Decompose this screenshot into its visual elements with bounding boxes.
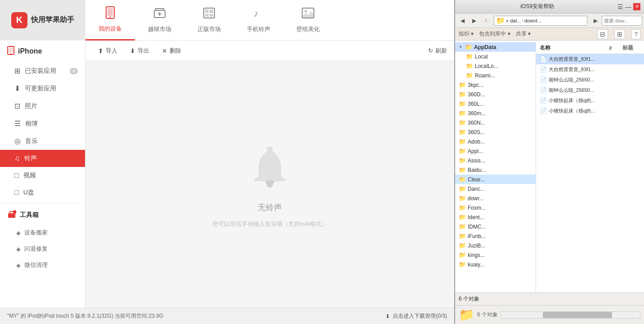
tree-baidu[interactable]: 📁 Baidu... bbox=[455, 165, 536, 175]
tree-ifunb[interactable]: 📁 iFunb... bbox=[455, 231, 536, 241]
import-button[interactable]: ⬆ 导入 bbox=[93, 45, 123, 57]
device-header: iPhone bbox=[0, 40, 85, 62]
tree-kuaiy[interactable]: 📁 kuaiy... bbox=[455, 260, 536, 269]
share-button[interactable]: 共享 ▾ bbox=[516, 30, 531, 38]
explorer-status-text: 6 个对象 bbox=[477, 311, 498, 319]
tree-apple[interactable]: 📁 Appl... bbox=[455, 146, 536, 156]
file-item[interactable]: 📄 小猪快起床（很q的... bbox=[536, 106, 644, 116]
svg-point-17 bbox=[10, 53, 11, 54]
file-item[interactable]: 📄 大自然背景音_83f1... bbox=[536, 54, 644, 64]
tree-assist[interactable]: 📁 Assis... bbox=[455, 156, 536, 165]
view-options-button[interactable]: ⊟ bbox=[597, 29, 608, 39]
tab-appstore[interactable]: 正版市场 bbox=[184, 0, 234, 40]
tab-my-device[interactable]: 我的设备 bbox=[85, 0, 135, 40]
file-item[interactable]: 📄 闹钟么么哒_25650... bbox=[536, 75, 644, 85]
tree-3kpc[interactable]: 📁 3kpc... bbox=[455, 80, 536, 90]
sidebar-photos[interactable]: ⊡ 照片 bbox=[0, 97, 85, 115]
sidebar-ringtone[interactable]: ♫ 铃声 bbox=[0, 150, 85, 167]
tree-adobe[interactable]: 📁 Adob... bbox=[455, 137, 536, 146]
tree-clear[interactable]: 📁 Clear... bbox=[455, 175, 536, 184]
organize-button[interactable]: 组织 ▾ bbox=[459, 30, 474, 38]
up-button[interactable]: ↑ bbox=[480, 15, 491, 26]
explorer-ribbon: 组织 ▾ 包含到库中 ▾ 共享 ▾ ⊟ ⊞ ? bbox=[455, 28, 644, 40]
sidebar-video[interactable]: □ 视频 bbox=[0, 167, 85, 184]
address-part2: downl... bbox=[524, 18, 541, 23]
tree-kings[interactable]: 📁 kings... bbox=[455, 250, 536, 260]
ringtone-sidebar-icon: ♫ bbox=[14, 154, 20, 162]
tree-idmc[interactable]: 📁 IDMC... bbox=[455, 222, 536, 231]
svg-point-2 bbox=[110, 16, 111, 18]
refresh-button[interactable]: ↻ 刷新 bbox=[428, 47, 447, 55]
tree-360l[interactable]: 📁 360L... bbox=[455, 99, 536, 108]
toolbox-header[interactable]: 工具箱 bbox=[0, 205, 85, 225]
sidebar-music[interactable]: ◎ 音乐 bbox=[0, 132, 85, 150]
file-item[interactable]: 📄 大自然背景音_83f1... bbox=[536, 64, 644, 75]
address-bar[interactable]: 📁 « dat... › downl... bbox=[494, 16, 587, 26]
tab-ringtone[interactable]: ♪ 手机铃声 bbox=[234, 0, 283, 40]
toolbox-wechat-clean[interactable]: ◈ 微信清理 bbox=[0, 257, 85, 273]
album-icon: ☰ bbox=[14, 119, 21, 128]
device-name: iPhone bbox=[18, 47, 42, 55]
tree-360n[interactable]: 📁 360N... bbox=[455, 118, 536, 127]
include-library-button[interactable]: 包含到库中 ▾ bbox=[479, 30, 510, 38]
toolbox-flash-repair[interactable]: ◈ 闪退修复 bbox=[0, 241, 85, 257]
tree-roaming[interactable]: 📁 Roami... bbox=[455, 71, 536, 80]
sidebar-divider bbox=[0, 203, 85, 203]
help-button[interactable]: ? bbox=[631, 29, 640, 39]
folder-icon: 📁 bbox=[459, 252, 466, 258]
ios9-close-button[interactable]: ✕ bbox=[633, 3, 640, 10]
tab-jailbreak[interactable]: 越狱市场 bbox=[135, 0, 184, 40]
ios9-menu-icon[interactable]: ☰ bbox=[617, 3, 623, 10]
appstore-icon bbox=[202, 7, 216, 22]
tree-appdata[interactable]: ▼ 📁 AppData bbox=[455, 42, 536, 52]
ringtone-icon: ♪ bbox=[252, 7, 265, 22]
bell-icon bbox=[243, 141, 297, 195]
ringtone-content-area: 无铃声 您可以尝试手动拖入音乐哦（支持m4r格式） bbox=[85, 61, 454, 308]
tree-360m[interactable]: 📁 360m... bbox=[455, 108, 536, 118]
tree-locallow[interactable]: 📁 LocalLo... bbox=[455, 61, 536, 71]
sidebar-album[interactable]: ☰ 相簿 bbox=[0, 115, 85, 132]
export-button[interactable]: ⬇ 导出 bbox=[125, 45, 155, 57]
toolbar: ⬆ 导入 ⬇ 导出 ✕ 删除 ↻ 刷新 bbox=[85, 40, 454, 61]
tree-foxm[interactable]: 📁 Foxm... bbox=[455, 203, 536, 212]
file-item[interactable]: 📄 小猪快起床（很q的... bbox=[536, 95, 644, 106]
file-item[interactable]: 📄 闹钟么么哒_25650... bbox=[536, 85, 644, 95]
sidebar-installed-apps[interactable]: ⊞ 已安装应用 4 bbox=[0, 62, 85, 80]
tree-local[interactable]: 📁 Local bbox=[455, 52, 536, 61]
col-hash-header: # bbox=[609, 45, 622, 51]
tab-wallpaper-label: 壁纸美化 bbox=[296, 25, 320, 33]
explorer-search-input[interactable] bbox=[602, 16, 642, 26]
folder-icon: 📁 bbox=[459, 233, 466, 239]
tab-wallpaper[interactable]: 壁纸美化 bbox=[283, 0, 333, 40]
toolbox-device-move[interactable]: ◈ 设备搬家 bbox=[0, 225, 85, 241]
device-info: "MY" 的 iPod的iPod touch 5 版本:9.2.1(32G) 当… bbox=[7, 312, 163, 320]
svg-rect-9 bbox=[210, 9, 213, 13]
folder-icon: 📁 bbox=[459, 185, 466, 192]
tree-360d[interactable]: 📁 360D... bbox=[455, 90, 536, 99]
tree-dowr[interactable]: 📁 dowr... bbox=[455, 194, 536, 203]
svg-point-22 bbox=[267, 181, 273, 188]
explorer-body: ▼ 📁 AppData 📁 Local 📁 LocalLo... 📁 bbox=[455, 40, 644, 292]
tree-danc[interactable]: 📁 Danc... bbox=[455, 184, 536, 194]
tree-360s[interactable]: 📁 360S... bbox=[455, 127, 536, 137]
tree-juzib[interactable]: 📁 JuziB... bbox=[455, 241, 536, 250]
back-button[interactable]: ◀ bbox=[457, 15, 468, 26]
folder-icon: 📁 bbox=[459, 242, 466, 249]
tree-ident[interactable]: 📁 Ident... bbox=[455, 212, 536, 222]
folder-icon: 📁 bbox=[459, 195, 466, 202]
sidebar-updatable-apps[interactable]: ⬇ 可更新应用 bbox=[0, 80, 85, 97]
go-button[interactable]: ▶ bbox=[590, 15, 601, 26]
download-manager-button[interactable]: ⬇ 点击进入下载管理(0/3) bbox=[385, 312, 447, 320]
delete-button[interactable]: ✕ 删除 bbox=[157, 45, 187, 57]
main-content: iPhone ⊞ 已安装应用 4 ⬇ 可更新应用 ⊡ 照片 ☰ 相簿 ◎ 音乐 bbox=[0, 40, 454, 308]
file-doc-icon: 📄 bbox=[540, 76, 547, 83]
file-doc-icon: 📄 bbox=[540, 97, 547, 104]
export-icon: ⬇ bbox=[130, 47, 135, 54]
sidebar-udisk[interactable]: □ U盘 bbox=[0, 184, 85, 201]
download-icon: ⬇ bbox=[385, 313, 390, 320]
view-list-button[interactable]: ⊞ bbox=[614, 29, 625, 39]
flash-repair-icon: ◈ bbox=[16, 246, 21, 252]
forward-button[interactable]: ▶ bbox=[469, 15, 479, 26]
svg-rect-4 bbox=[156, 9, 164, 10]
ios9-minimize-button[interactable]: — bbox=[625, 3, 631, 10]
